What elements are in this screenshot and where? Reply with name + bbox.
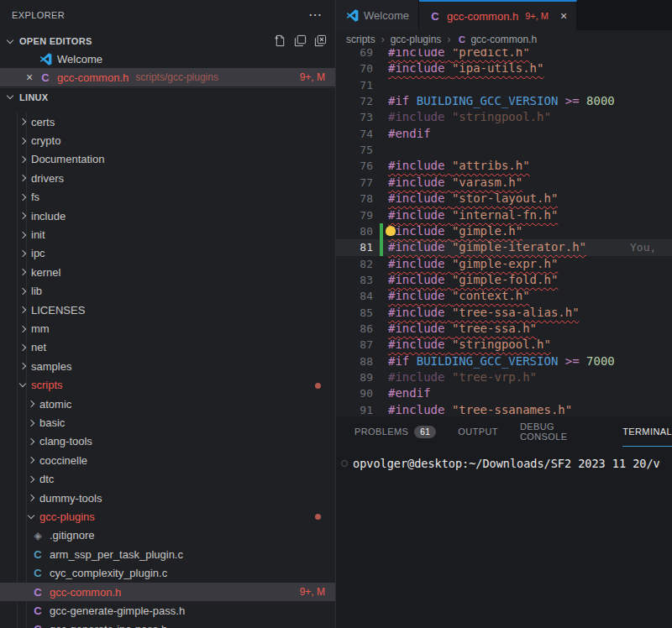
line-number[interactable]: 83 <box>336 272 373 288</box>
code-line-85[interactable]: 85#include "tree-ssa-alias.h" <box>336 305 672 321</box>
line-number[interactable]: 70 <box>336 60 373 76</box>
tree-item-atomic[interactable]: atomic <box>0 395 335 413</box>
code-line-70[interactable]: 70#include "ipa-utils.h" <box>336 60 672 76</box>
line-number[interactable]: 78 <box>336 191 373 207</box>
line-number[interactable]: 79 <box>336 207 373 223</box>
line-number[interactable]: 74 <box>336 126 373 142</box>
lightbulb-icon[interactable] <box>386 226 396 236</box>
tree-item-gcc-generate-gimple-pass-h[interactable]: Cgcc-generate-gimple-pass.h <box>0 601 335 620</box>
workspace-section-header[interactable]: LINUX <box>0 87 335 106</box>
line-number[interactable]: 85 <box>336 305 373 321</box>
line-number[interactable]: 71 <box>336 77 373 93</box>
code-line-91[interactable]: 91#include "tree-ssanames.h" <box>336 402 672 416</box>
code-line-76[interactable]: 76#include "attribs.h" <box>336 158 672 174</box>
tree-item-mm[interactable]: mm <box>0 319 335 338</box>
tree-item-gcc-generate-ipa-pass-h[interactable]: Cgcc-generate-ipa-pass.h <box>0 620 335 628</box>
code-line-86[interactable]: 86#include "tree-ssa.h" <box>336 321 672 337</box>
tree-item-fs[interactable]: fs <box>0 188 335 207</box>
code-line-72[interactable]: 72#if BUILDING_GCC_VERSION >= 8000 <box>336 93 672 109</box>
code-line-80[interactable]: 80#include "gimple.h" <box>336 223 672 239</box>
code-line-79[interactable]: 79#include "internal-fn.h" <box>336 207 672 223</box>
line-number[interactable]: 91 <box>336 402 373 416</box>
line-number[interactable]: 84 <box>336 288 373 304</box>
code-line-75[interactable]: 75 <box>336 142 672 158</box>
line-number[interactable]: 72 <box>336 93 373 109</box>
tree-item-arm-ssp-per-task-plugin-c[interactable]: Carm_ssp_per_task_plugin.c <box>0 545 335 563</box>
line-number[interactable]: 86 <box>336 321 373 337</box>
chevron-right-icon <box>28 457 34 463</box>
code-editor[interactable]: 69#include "predict.h"70#include "ipa-ut… <box>336 49 672 416</box>
tree-item-init[interactable]: init <box>0 225 335 243</box>
line-number[interactable]: 76 <box>336 158 373 174</box>
terminal[interactable]: opvolger@desktop:~/Downloads/SF2_2023_11… <box>336 447 672 628</box>
line-number[interactable]: 69 <box>336 49 373 60</box>
tree-item-gcc-common-h[interactable]: Cgcc-common.h9+, M <box>0 583 335 601</box>
breadcrumb-item-gcc-plugins[interactable]: gcc-plugins <box>391 34 442 45</box>
tree-item-include[interactable]: include <box>0 207 335 225</box>
panel-tab-terminal[interactable]: TERMINAL <box>622 416 672 447</box>
breadcrumb-item-gcc-common-h[interactable]: Cgcc-common.h <box>456 34 537 45</box>
open-editor-gcc-common-h[interactable]: ×Cgcc-common.hscripts/gcc-plugins9+, M <box>0 68 335 86</box>
line-number[interactable]: 77 <box>336 175 373 191</box>
code-line-89[interactable]: 89#include "tree-vrp.h" <box>336 369 672 385</box>
tree-item-scripts[interactable]: scripts <box>0 376 335 395</box>
line-number[interactable]: 73 <box>336 109 373 125</box>
tree-item-documentation[interactable]: Documentation <box>0 150 335 169</box>
tree-item-dummy-tools[interactable]: dummy-tools <box>0 489 335 507</box>
command-decoration-icon[interactable] <box>341 460 348 467</box>
more-actions-icon[interactable]: ⋯ <box>308 7 322 23</box>
line-number[interactable]: 89 <box>336 369 373 385</box>
line-number[interactable]: 90 <box>336 385 373 401</box>
tree-item-lib[interactable]: lib <box>0 282 335 301</box>
close-tab-icon[interactable]: × <box>560 9 567 23</box>
tree-item-drivers[interactable]: drivers <box>0 169 335 187</box>
tree-item-dtc[interactable]: dtc <box>0 470 335 489</box>
new-untitled-file-icon[interactable] <box>274 34 286 47</box>
close-all-editors-icon[interactable] <box>314 34 327 47</box>
line-number[interactable]: 80 <box>336 223 373 239</box>
code-line-83[interactable]: 83#include "gimple-fold.h" <box>336 272 672 288</box>
open-editors-section-header[interactable]: OPEN EDITORS <box>0 32 335 50</box>
save-all-icon[interactable] <box>294 34 307 47</box>
breadcrumb-item-scripts[interactable]: scripts <box>346 34 375 45</box>
code-line-69[interactable]: 69#include "predict.h" <box>336 49 672 60</box>
code-line-88[interactable]: 88#if BUILDING_GCC_VERSION >= 7000 <box>336 353 672 369</box>
code-line-84[interactable]: 84#include "context.h" <box>336 288 672 304</box>
panel-tab-problems[interactable]: PROBLEMS61 <box>354 416 436 447</box>
code-text: #include "gimple-expr.h" <box>388 256 558 272</box>
code-line-77[interactable]: 77#include "varasm.h" <box>336 175 672 191</box>
tree-item-clang-tools[interactable]: clang-tools <box>0 432 335 451</box>
code-line-82[interactable]: 82#include "gimple-expr.h" <box>336 256 672 272</box>
tree-item-certs[interactable]: certs <box>0 113 335 131</box>
open-editor-welcome[interactable]: Welcome <box>0 50 335 68</box>
line-number[interactable]: 82 <box>336 256 373 272</box>
line-number[interactable]: 87 <box>336 337 373 353</box>
tree-item-samples[interactable]: samples <box>0 357 335 375</box>
tree-item-net[interactable]: net <box>0 338 335 357</box>
code-line-78[interactable]: 78#include "stor-layout.h" <box>336 191 672 207</box>
code-line-81[interactable]: 81#include "gimple-iterator.h"You, <box>336 239 672 255</box>
code-line-87[interactable]: 87#include "stringpool.h" <box>336 337 672 353</box>
tree-item-basic[interactable]: basic <box>0 413 335 432</box>
tab-welcome[interactable]: Welcome <box>336 0 419 30</box>
tree-item-crypto[interactable]: crypto <box>0 131 335 149</box>
close-editor-icon[interactable]: × <box>20 71 39 84</box>
open-editors-label: OPEN EDITORS <box>19 36 92 46</box>
code-line-74[interactable]: 74#endif <box>336 126 672 142</box>
line-number[interactable]: 81 <box>336 239 373 255</box>
line-number[interactable]: 75 <box>336 142 373 158</box>
line-number[interactable]: 88 <box>336 353 373 369</box>
panel-tab-output[interactable]: OUTPUT <box>458 416 498 447</box>
code-line-73[interactable]: 73#include "stringpool.h" <box>336 109 672 125</box>
tree-item-licenses[interactable]: LICENSES <box>0 301 335 319</box>
tree-item-cyc-complexity-plugin-c[interactable]: Ccyc_complexity_plugin.c <box>0 564 335 583</box>
tree-item-gcc-plugins[interactable]: gcc-plugins <box>0 507 335 526</box>
tree-item-kernel[interactable]: kernel <box>0 263 335 281</box>
code-line-90[interactable]: 90#endif <box>336 385 672 401</box>
tab-gcc-common-h[interactable]: Cgcc-common.h9+, M× <box>419 0 577 30</box>
tree-item-coccinelle[interactable]: coccinelle <box>0 451 335 469</box>
tree-item--gitignore[interactable]: ◈.gitignore <box>0 526 335 545</box>
panel-tab-debug-console[interactable]: DEBUG CONSOLE <box>520 416 601 447</box>
code-line-71[interactable]: 71 <box>336 77 672 93</box>
tree-item-ipc[interactable]: ipc <box>0 244 335 263</box>
